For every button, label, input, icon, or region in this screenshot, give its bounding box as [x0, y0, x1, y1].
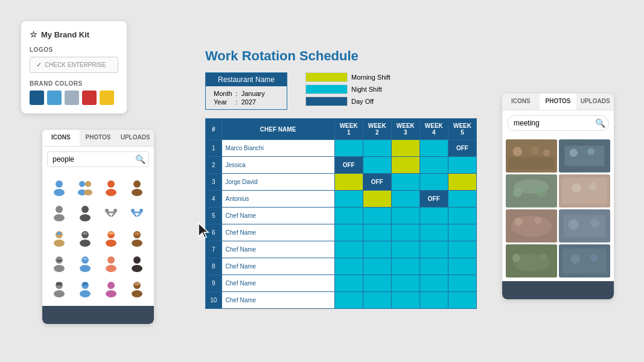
list-item[interactable] — [73, 252, 97, 275]
tab-uploads-photos[interactable]: UPLOADS — [576, 94, 614, 110]
photo-cell[interactable] — [559, 174, 610, 208]
shift-cell — [334, 258, 363, 275]
svg-point-36 — [56, 256, 63, 264]
list-item[interactable] — [47, 176, 71, 198]
svg-point-7 — [106, 189, 116, 196]
photos-search-input[interactable] — [507, 115, 609, 131]
brand-colors-label: BRAND COLORS — [30, 80, 118, 87]
chef-name-cell: Chef Name — [222, 292, 334, 309]
table-row: 8 Chef Name — [206, 258, 477, 275]
svg-point-41 — [80, 265, 91, 272]
list-item[interactable] — [47, 277, 71, 300]
list-item[interactable] — [100, 252, 123, 275]
tab-photos[interactable]: PHOTOS — [80, 130, 117, 146]
list-item[interactable] — [73, 176, 97, 198]
list-item[interactable] — [100, 226, 123, 249]
svg-point-43 — [107, 256, 115, 264]
shift-cell — [391, 191, 419, 208]
list-item[interactable] — [100, 176, 123, 198]
list-item[interactable] — [126, 277, 149, 300]
svg-point-6 — [107, 180, 115, 188]
svg-point-60 — [513, 147, 522, 156]
icons-search-container: 🔍 — [42, 147, 154, 172]
list-item[interactable] — [73, 277, 97, 300]
color-swatch-3[interactable] — [65, 91, 79, 105]
svg-point-18 — [113, 209, 117, 212]
row-num: 5 — [206, 208, 222, 224]
col-week2: WEEK 2 — [363, 119, 391, 140]
shift-cell — [363, 157, 391, 174]
list-item[interactable] — [100, 277, 123, 300]
list-item[interactable] — [126, 226, 149, 249]
color-swatch-2[interactable] — [47, 91, 62, 105]
svg-point-25 — [54, 240, 65, 247]
tab-icons-photos[interactable]: ICONS — [502, 94, 540, 110]
photo-cell[interactable] — [559, 139, 610, 173]
check-enterprise-button[interactable]: ✓ CHECK ENTERPRISE — [30, 57, 118, 73]
photo-cell[interactable] — [559, 244, 610, 278]
svg-rect-57 — [135, 282, 139, 285]
color-swatch-1[interactable] — [30, 91, 44, 105]
svg-point-9 — [132, 189, 142, 196]
list-item[interactable] — [73, 201, 97, 224]
logos-label: LOGOS — [30, 46, 118, 53]
legend-dayoff: Day Off — [305, 97, 391, 106]
shift-cell — [391, 224, 419, 241]
list-item[interactable] — [47, 226, 71, 249]
svg-rect-73 — [562, 178, 607, 204]
svg-rect-62 — [509, 157, 554, 169]
shift-cell — [448, 275, 476, 292]
shift-cell — [448, 258, 476, 275]
row-num: 1 — [206, 140, 222, 157]
svg-point-10 — [56, 206, 63, 213]
svg-point-51 — [80, 290, 91, 297]
shift-cell — [363, 275, 391, 292]
svg-point-53 — [107, 282, 115, 289]
year-label: Year — [212, 98, 234, 106]
shift-cell — [391, 258, 419, 275]
list-item[interactable] — [126, 176, 149, 198]
tab-uploads[interactable]: UPLOADS — [116, 130, 154, 146]
photo-cell[interactable] — [506, 174, 557, 208]
list-item[interactable] — [100, 201, 123, 224]
svg-point-45 — [133, 256, 141, 264]
list-item[interactable] — [47, 252, 71, 275]
list-item[interactable] — [73, 226, 97, 249]
row-num: 3 — [206, 174, 222, 191]
svg-rect-35 — [135, 232, 139, 235]
icons-search-icon[interactable]: 🔍 — [135, 154, 145, 164]
shift-cell — [419, 174, 448, 191]
photos-panel-footer — [502, 281, 614, 299]
tab-icons[interactable]: ICONS — [42, 130, 80, 146]
list-item[interactable] — [126, 201, 149, 224]
col-week3: WEEK 3 — [391, 119, 419, 140]
svg-rect-65 — [565, 146, 605, 167]
row-num: 10 — [206, 292, 222, 309]
icons-search-input[interactable] — [47, 151, 149, 167]
photo-cell[interactable] — [506, 139, 557, 173]
brand-colors-section: BRAND COLORS — [30, 80, 118, 105]
svg-point-67 — [587, 148, 595, 155]
dayoff-color — [305, 97, 348, 106]
morning-color — [305, 72, 348, 82]
photos-search-icon[interactable]: 🔍 — [595, 118, 605, 128]
shift-cell — [419, 140, 448, 157]
svg-point-90 — [570, 254, 579, 263]
svg-point-86 — [512, 253, 521, 262]
list-item[interactable] — [47, 201, 71, 224]
svg-point-34 — [132, 240, 142, 247]
color-swatch-4[interactable] — [82, 91, 97, 105]
list-item[interactable] — [126, 252, 149, 275]
tab-photos-photos[interactable]: PHOTOS — [540, 94, 577, 110]
shift-cell — [391, 174, 419, 191]
restaurant-details: Month : January Year : 2027 — [206, 86, 287, 109]
morning-label: Morning Shift — [351, 74, 391, 81]
photo-cell[interactable] — [559, 209, 610, 243]
photo-cell[interactable] — [506, 244, 557, 278]
svg-point-13 — [80, 214, 91, 221]
colon-2: : — [234, 98, 240, 106]
svg-point-48 — [54, 290, 65, 297]
color-swatch-5[interactable] — [100, 91, 114, 105]
photo-cell[interactable] — [506, 209, 557, 243]
color-swatches — [30, 91, 118, 105]
